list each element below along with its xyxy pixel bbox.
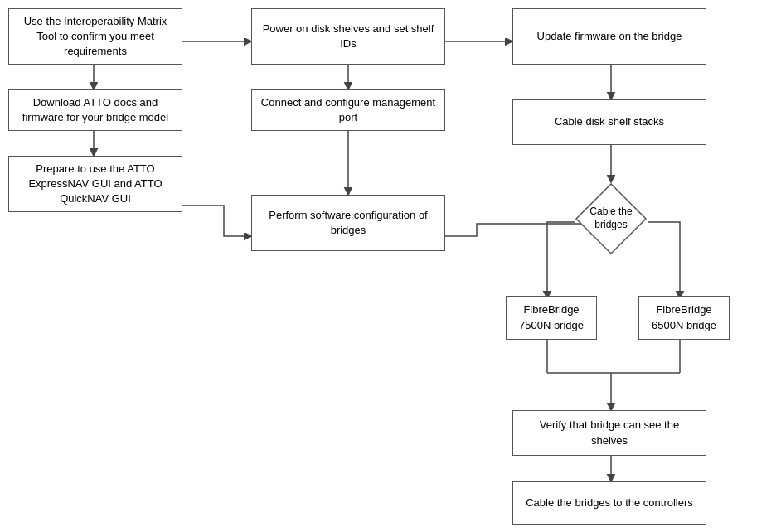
flowchart: Use the Interoperability Matrix Tool to … <box>0 0 781 532</box>
box-interoperability: Use the Interoperability Matrix Tool to … <box>8 8 182 65</box>
diamond-cable-bridges: Cable the bridges <box>575 182 648 255</box>
box-cable-stacks: Cable disk shelf stacks <box>512 99 706 145</box>
box-prepare-atto: Prepare to use the ATTO ExpressNAV GUI a… <box>8 156 182 212</box>
box-power-on: Power on disk shelves and set shelf IDs <box>251 8 445 65</box>
box-download-atto: Download ATTO docs and firmware for your… <box>8 89 182 131</box>
box-fibrebridge-7500: FibreBridge 7500N bridge <box>506 296 597 340</box>
box-connect-mgmt: Connect and configure management port <box>251 89 445 131</box>
box-cable-controllers: Cable the bridges to the controllers <box>512 481 706 525</box>
box-verify-shelves: Verify that bridge can see the shelves <box>512 410 706 456</box>
box-fibrebridge-6500: FibreBridge 6500N bridge <box>638 296 730 340</box>
box-software-config: Perform software configuration of bridge… <box>251 195 445 251</box>
box-update-firmware: Update firmware on the bridge <box>512 8 706 65</box>
